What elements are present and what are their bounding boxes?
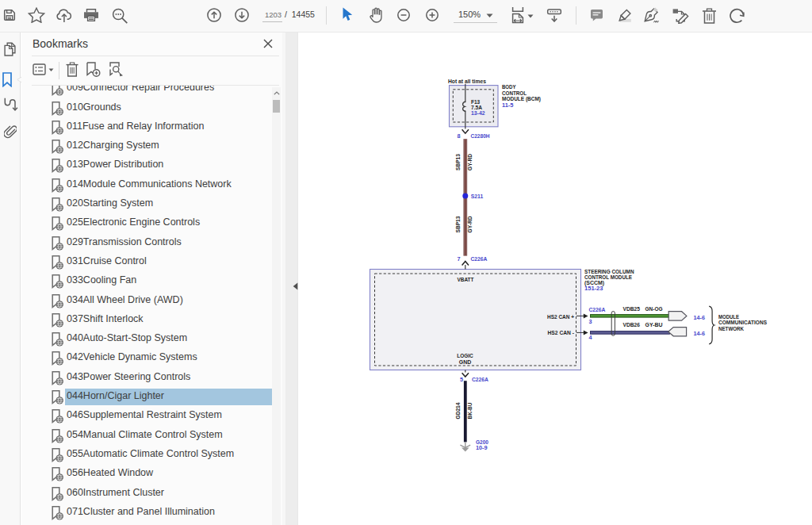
svg-text:S211: S211 <box>471 193 484 200</box>
svg-text:NETWORK: NETWORK <box>718 325 745 332</box>
svg-text:14-6: 14-6 <box>694 330 706 337</box>
svg-text:HS2 CAN -: HS2 CAN - <box>548 329 575 336</box>
svg-text:GY-RD: GY-RD <box>466 154 473 171</box>
svg-text:HS2 CAN +: HS2 CAN + <box>547 313 574 320</box>
svg-text:C226A: C226A <box>471 255 488 262</box>
svg-text:14-6: 14-6 <box>694 314 706 321</box>
svg-text:C226A: C226A <box>472 376 489 383</box>
svg-text:C226A: C226A <box>589 306 607 313</box>
svg-text:VBATT: VBATT <box>458 276 474 283</box>
svg-text:8: 8 <box>457 132 460 140</box>
svg-text:C2280H: C2280H <box>471 132 490 140</box>
svg-text:Hot at all times: Hot at all times <box>448 78 486 85</box>
svg-text:3: 3 <box>589 318 592 325</box>
svg-text:GY-BU: GY-BU <box>645 321 663 328</box>
svg-text:13-42: 13-42 <box>471 109 485 117</box>
svg-text:SBP13: SBP13 <box>454 154 462 171</box>
svg-text:VDB26: VDB26 <box>623 321 641 328</box>
svg-text:SBP13: SBP13 <box>454 217 462 233</box>
svg-text:GND: GND <box>459 358 472 366</box>
svg-text:GY-RD: GY-RD <box>466 217 473 233</box>
svg-text:GD214: GD214 <box>454 403 462 420</box>
svg-text:5: 5 <box>460 376 463 383</box>
svg-text:11-5: 11-5 <box>502 102 514 109</box>
svg-text:VDB25: VDB25 <box>623 305 641 312</box>
svg-text:BK-BU: BK-BU <box>466 403 473 420</box>
svg-text:4: 4 <box>589 334 592 341</box>
svg-text:151-23: 151-23 <box>584 285 603 292</box>
svg-text:7: 7 <box>457 255 460 262</box>
svg-text:GN-OG: GN-OG <box>645 305 663 312</box>
svg-text:10-9: 10-9 <box>476 444 488 451</box>
